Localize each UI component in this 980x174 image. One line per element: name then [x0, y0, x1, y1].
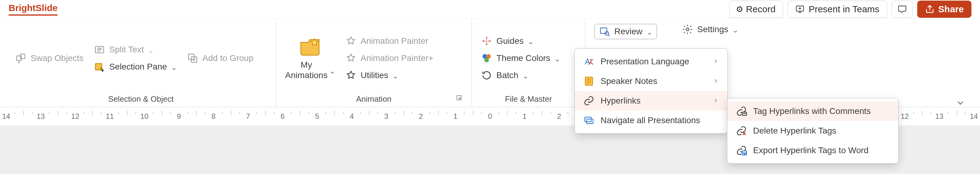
- share-button[interactable]: Share: [917, 1, 971, 18]
- menu-speaker-notes[interactable]: Speaker Notes: [575, 71, 727, 91]
- present-label: Present in Teams: [808, 4, 879, 14]
- screen-share-icon: [795, 4, 805, 14]
- group-label-animation: Animation: [285, 93, 463, 104]
- ribbon-tab-brightslide[interactable]: BrightSlide: [9, 3, 57, 16]
- group-label-filemaster: File & Master: [481, 93, 576, 104]
- record-label: Record: [746, 4, 776, 14]
- animation-painter-plus-label: Animation Painter+: [361, 53, 433, 63]
- menu-del-label: Delete Hyperlink Tags: [753, 126, 836, 136]
- notes-icon: [584, 76, 595, 87]
- split-text-label: Split Text: [109, 45, 144, 54]
- ruler-number: 4: [350, 112, 354, 121]
- ruler-number: 14: [970, 112, 978, 121]
- folder-star-icon: [299, 36, 321, 58]
- svg-point-13: [686, 28, 689, 31]
- split-text-icon: [94, 44, 105, 55]
- ruler-number: 12: [901, 112, 909, 121]
- menu-notes-label: Speaker Notes: [601, 76, 657, 86]
- ruler-number: 1: [522, 112, 527, 121]
- ruler-number: 13: [37, 112, 45, 121]
- share-icon: [925, 4, 935, 14]
- menu-navall-label: Navigate all Presentations: [601, 115, 700, 125]
- star-icon: [345, 35, 356, 46]
- chevron-down-icon: [148, 47, 154, 53]
- gear-icon: [682, 24, 693, 35]
- menu-navigate-all[interactable]: Navigate all Presentations: [575, 110, 727, 130]
- theme-colors-icon: [481, 53, 492, 64]
- chevron-right-icon: [713, 57, 719, 67]
- link-tag-icon: [736, 106, 747, 117]
- ruler-number: 7: [246, 112, 250, 121]
- animation-painter-plus-button[interactable]: Animation Painter+: [345, 53, 433, 64]
- menu-delete-tags[interactable]: Delete Hyperlink Tags: [727, 121, 898, 140]
- add-to-group-icon: [187, 53, 198, 64]
- ruler-number: 2: [419, 112, 423, 121]
- chevron-down-icon: [528, 38, 533, 44]
- star-outline-icon: [345, 70, 356, 81]
- animation-painter-label: Animation Painter: [361, 36, 428, 46]
- animation-painter-button[interactable]: Animation Painter: [345, 35, 433, 46]
- review-dropdown-button[interactable]: Review: [595, 24, 657, 39]
- settings-dropdown-button[interactable]: Settings: [682, 24, 738, 35]
- record-icon: [737, 6, 742, 12]
- split-text-button[interactable]: Split Text: [94, 44, 177, 55]
- review-menu: Presentation Language Speaker Notes Hype…: [574, 48, 728, 134]
- ruler-number: 8: [211, 112, 215, 121]
- swap-icon: [15, 53, 26, 64]
- group-label-selection: Selection & Object: [15, 93, 266, 104]
- chevron-down-icon: [733, 27, 738, 32]
- chevron-right-icon: [713, 76, 719, 86]
- menu-lang-label: Presentation Language: [601, 57, 689, 67]
- batch-button[interactable]: Batch: [481, 70, 560, 81]
- svg-rect-11: [601, 28, 607, 34]
- svg-rect-16: [587, 119, 593, 124]
- selection-pane-icon: [94, 61, 105, 72]
- chevron-right-icon: [713, 96, 719, 106]
- menu-tag-hyperlinks[interactable]: Tag Hyperlinks with Comments: [727, 101, 898, 121]
- chevron-down-icon: [523, 73, 528, 78]
- ruler-number: 5: [315, 112, 319, 121]
- add-to-group-button[interactable]: Add to Group: [187, 53, 254, 64]
- language-icon: [584, 56, 595, 67]
- menu-hyperlinks[interactable]: Hyperlinks: [575, 91, 727, 110]
- ruler-number: 13: [935, 112, 943, 121]
- link-delete-icon: [736, 125, 747, 136]
- svg-rect-15: [585, 117, 591, 122]
- collapse-ribbon-button[interactable]: [956, 98, 965, 109]
- menu-export-tags[interactable]: Export Hyperlink Tags to Word: [727, 140, 898, 160]
- ruler-number: 14: [2, 112, 10, 121]
- chevron-down-icon: [329, 67, 335, 73]
- guides-button[interactable]: Guides: [481, 35, 560, 46]
- theme-colors-label: Theme Colors: [496, 53, 550, 63]
- ruler-number: 6: [280, 112, 285, 121]
- batch-label: Batch: [496, 70, 519, 80]
- link-icon: [584, 95, 595, 106]
- navigate-all-icon: [584, 115, 595, 126]
- chevron-down-icon: [647, 29, 652, 34]
- comment-icon: [897, 4, 907, 14]
- ruler-number: 12: [71, 112, 79, 121]
- menu-presentation-language[interactable]: Presentation Language: [575, 52, 727, 71]
- svg-rect-4: [95, 64, 102, 70]
- chevron-down-icon: [555, 56, 560, 61]
- review-label: Review: [614, 27, 643, 37]
- svg-point-10: [485, 58, 489, 62]
- my-animations-button[interactable]: My Animations: [285, 36, 335, 80]
- share-label: Share: [939, 4, 964, 14]
- dialog-launcher-icon[interactable]: [456, 94, 463, 103]
- comments-button[interactable]: [891, 1, 913, 18]
- batch-icon: [481, 70, 492, 81]
- review-icon: [599, 26, 610, 37]
- selection-pane-button[interactable]: Selection Pane: [94, 61, 177, 72]
- guides-label: Guides: [496, 36, 524, 46]
- ruler-number: 10: [140, 112, 148, 121]
- utilities-button[interactable]: Utilities: [345, 70, 433, 81]
- ruler-number: 11: [106, 112, 114, 121]
- star-plus-icon: [345, 53, 356, 64]
- chevron-down-icon: [171, 64, 177, 70]
- guides-icon: [481, 35, 492, 46]
- record-button[interactable]: Record: [729, 1, 783, 18]
- present-in-teams-button[interactable]: Present in Teams: [788, 1, 887, 18]
- theme-colors-button[interactable]: Theme Colors: [481, 53, 560, 64]
- swap-objects-button[interactable]: Swap Objects: [15, 53, 84, 64]
